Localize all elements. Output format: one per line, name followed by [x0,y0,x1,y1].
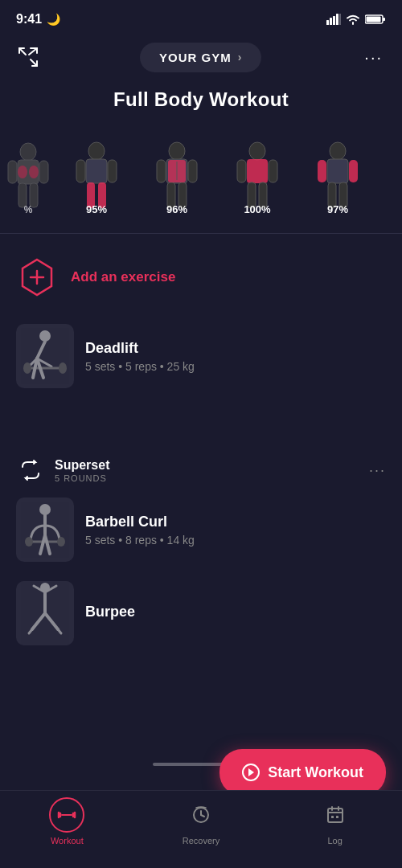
svg-rect-48 [349,160,358,182]
add-hex-icon [16,256,58,298]
deadlift-illustration [21,328,69,384]
muscle-item[interactable]: % [0,124,56,220]
battery-icon [365,14,386,25]
exercise-row[interactable]: Deadlift 5 sets • 5 reps • 25 kg [16,314,386,398]
svg-point-60 [59,362,67,374]
exercise-info: Burpee [85,604,386,624]
nav-item-recovery[interactable]: Recovery [169,797,233,845]
dumbbell-icon [57,805,76,825]
start-workout-label: Start Workout [268,764,363,781]
svg-point-45 [330,142,346,160]
svg-rect-40 [247,159,268,183]
exercise-thumbnail [16,324,74,388]
status-icons [326,14,386,25]
exercise-info: Barbell Curl 5 sets • 8 reps • 14 kg [85,514,386,547]
svg-point-25 [88,142,105,160]
svg-rect-46 [327,159,348,183]
svg-rect-27 [76,160,85,182]
log-nav-icon-wrap [318,797,353,833]
clock-icon [191,805,211,825]
exercise-name: Barbell Curl [85,514,386,530]
svg-marker-80 [248,768,254,776]
svg-rect-42 [269,160,277,182]
muscle-scroll[interactable]: % 95% 96% [0,124,402,227]
svg-point-64 [39,504,51,515]
nav-item-log[interactable]: Log [303,797,367,845]
status-bar: 9:41 🌙 [0,0,402,35]
nav-item-workout[interactable]: Workout [35,797,99,845]
svg-point-17 [20,143,36,161]
svg-rect-19 [8,161,17,183]
svg-rect-41 [237,160,246,182]
superset-title: Superset [55,458,359,473]
exercise-info: Deadlift 5 sets • 5 reps • 25 kg [85,340,386,373]
signal-icon [326,14,341,25]
play-icon [242,764,260,781]
expand-icon[interactable] [13,42,43,72]
svg-point-23 [18,166,27,178]
svg-rect-2 [333,16,335,25]
svg-rect-33 [157,160,166,182]
top-nav: YOUR GYM › ··· [0,35,402,82]
svg-line-88 [201,815,204,817]
play-triangle-icon [247,768,255,777]
superset-icon [16,456,45,485]
status-time: 9:41 [16,12,42,27]
chevron-icon: › [238,51,243,63]
muscle-pct: 97% [327,203,348,215]
workout-nav-label: Workout [51,836,84,845]
svg-rect-28 [108,160,117,182]
svg-point-68 [57,537,65,547]
exercise-row[interactable]: Barbell Curl 5 sets • 8 reps • 14 kg [16,488,386,571]
svg-rect-89 [328,809,343,822]
muscle-pct: % [24,204,33,215]
expand-arrows-icon [18,47,39,68]
exercise-meta: 5 sets • 5 reps • 25 kg [85,360,386,373]
svg-point-39 [249,142,265,160]
exercise-row[interactable]: Burpee [16,571,386,655]
svg-point-59 [23,362,31,374]
svg-rect-1 [330,18,332,25]
svg-rect-4 [339,14,341,25]
svg-rect-94 [336,816,338,818]
section-divider [0,233,402,234]
recovery-nav-icon-wrap [183,797,219,833]
svg-rect-0 [326,20,329,25]
svg-line-16 [29,48,37,55]
exercise-thumbnail [16,497,74,562]
add-exercise-label: Add an exercise [71,269,175,285]
muscle-item[interactable]: 97% [297,124,378,220]
svg-rect-20 [39,161,48,183]
superset-info: Superset 5 ROUNDS [55,458,359,483]
gym-label: YOUR GYM [159,51,232,64]
wifi-icon [346,14,360,25]
svg-rect-3 [336,14,338,25]
calendar-icon [326,805,345,825]
start-workout-button[interactable]: Start Workout [219,749,386,796]
exercise-name: Burpee [85,604,386,620]
svg-rect-34 [188,160,197,182]
superset-header: Superset 5 ROUNDS ··· [0,436,402,488]
gym-button[interactable]: YOUR GYM › [140,43,261,72]
burpee-illustration [21,581,69,645]
barbell-curl-illustration [21,502,69,558]
muscle-item[interactable]: 95% [56,124,137,220]
muscle-pct: 100% [244,203,270,215]
exercise-meta: 5 sets • 8 reps • 14 kg [85,534,386,547]
workout-title: Full Body Workout [0,82,402,124]
svg-rect-6 [383,18,385,21]
muscle-pct: 95% [86,203,107,215]
exercise-section: Deadlift 5 sets • 5 reps • 25 kg [0,314,402,398]
svg-rect-93 [331,816,334,818]
svg-rect-26 [86,159,107,183]
more-options-button[interactable]: ··· [358,45,389,70]
svg-point-67 [25,537,33,547]
svg-line-11 [31,59,37,66]
muscle-item[interactable]: 100% [217,124,297,220]
exercise-thumbnail [16,581,74,645]
add-exercise-button[interactable]: Add an exercise [0,240,402,314]
muscle-item[interactable]: 96% [137,124,217,220]
workout-nav-icon-wrap [49,797,84,833]
superset-more-button[interactable]: ··· [369,462,386,479]
repeat-icon [19,459,42,481]
